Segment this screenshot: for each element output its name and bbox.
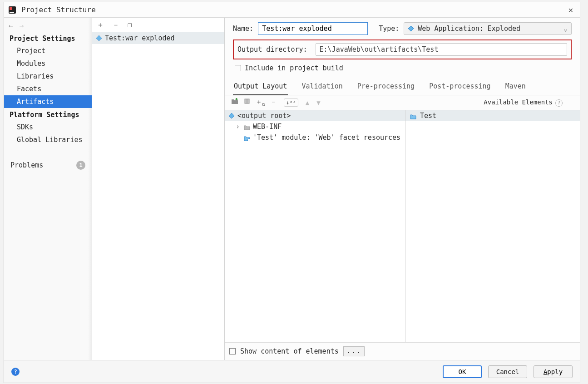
artifact-list-toolbar: ＋ － ❐ [92, 18, 224, 32]
output-directory-input[interactable] [316, 43, 567, 56]
output-directory-label: Output directory: [237, 45, 307, 54]
sidebar-item-problems[interactable]: Problems 1 [4, 158, 92, 172]
project-structure-dialog: Project Structure ✕ ← → Project Settings… [4, 2, 580, 383]
include-in-build-label: Include in project build [245, 64, 343, 72]
chevron-right-icon[interactable]: › [236, 123, 241, 131]
sidebar-item-libraries[interactable]: Libraries [4, 70, 92, 83]
add-copy-icon[interactable]: ＋⧉ [256, 98, 265, 107]
sidebar-section-project-settings: Project Settings [4, 32, 92, 44]
svg-rect-6 [236, 99, 238, 100]
tab-post-processing[interactable]: Post-processing [428, 79, 491, 95]
sidebar-section-platform-settings: Platform Settings [4, 108, 92, 121]
tree-node-label: 'Test' module: 'Web' facet resources [253, 133, 400, 142]
titlebar: Project Structure ✕ [4, 2, 580, 18]
artifact-type-value: Web Application: Exploded [418, 25, 520, 33]
help-button[interactable]: ? [11, 368, 20, 376]
app-icon [8, 5, 17, 15]
artifact-list-panel: ＋ － ❐ Test:war exploded [92, 18, 225, 360]
svg-rect-2 [10, 12, 14, 13]
artifact-tabs: Output Layout Validation Pre-processing … [225, 79, 580, 95]
sidebar-item-global-libraries[interactable]: Global Libraries [4, 133, 92, 146]
available-elements-pane: Test [405, 110, 580, 342]
include-in-build-checkbox[interactable] [235, 65, 241, 71]
remove-item-icon[interactable]: － [270, 98, 277, 107]
svg-marker-3 [96, 35, 102, 41]
configure-button[interactable]: ... [343, 346, 365, 356]
remove-icon[interactable]: － [112, 20, 119, 30]
move-up-icon[interactable]: ▲ [306, 99, 309, 106]
type-label: Type: [379, 25, 399, 33]
show-content-row: Show content of elements ... [225, 342, 580, 360]
output-directory-highlight: Output directory: [233, 39, 572, 59]
facet-icon [244, 135, 250, 140]
artifact-name-input[interactable] [258, 22, 368, 35]
output-root-icon [228, 113, 235, 119]
ok-button[interactable]: OK [443, 365, 482, 378]
available-elements-label: Available Elements? [484, 98, 563, 107]
sort-az-icon[interactable]: ↓ᵃᶻ [284, 98, 298, 107]
back-icon[interactable]: ← [9, 21, 13, 30]
forward-icon[interactable]: → [20, 21, 24, 30]
sidebar-item-facets[interactable]: Facets [4, 83, 92, 95]
svg-marker-4 [408, 26, 414, 31]
tree-row[interactable]: 'Test' module: 'Web' facet resources [225, 132, 405, 143]
tab-pre-processing[interactable]: Pre-processing [356, 79, 415, 95]
artifact-icon [96, 35, 102, 41]
show-content-checkbox[interactable] [229, 348, 236, 354]
tree-node-label: WEB-INF [253, 123, 282, 131]
output-layout-toolbar: ＋⧉ － ↓ᵃᶻ ▲ ▼ Available Elements? [225, 95, 580, 110]
output-layout-tree: <output root> › WEB-INF [225, 110, 405, 342]
sidebar-item-project[interactable]: Project [4, 44, 92, 57]
sidebar-item-artifacts[interactable]: Artifacts [4, 95, 92, 108]
chevron-down-icon: ⌄ [563, 25, 568, 33]
new-folder-icon[interactable] [231, 98, 238, 107]
sidebar: ← → Project Settings Project Modules Lib… [4, 18, 92, 360]
available-element-row[interactable]: Test [405, 110, 580, 121]
sidebar-item-sdks[interactable]: SDKs [4, 121, 92, 133]
new-archive-icon[interactable] [244, 98, 250, 107]
tab-validation[interactable]: Validation [301, 79, 343, 95]
artifact-details-panel: Name: Type: Web Application: Exploded ⌄ … [225, 18, 580, 360]
available-element-label: Test [420, 112, 436, 120]
svg-rect-1 [10, 7, 12, 10]
artifact-name: Test:war exploded [105, 34, 175, 42]
svg-marker-9 [229, 113, 234, 118]
problems-count-badge: 1 [76, 161, 85, 170]
move-down-icon[interactable]: ▼ [316, 99, 320, 106]
tab-maven[interactable]: Maven [504, 79, 527, 95]
window-title: Project Structure [21, 5, 565, 14]
sidebar-item-modules[interactable]: Modules [4, 57, 92, 70]
output-root-label: <output root> [237, 112, 291, 120]
tree-row[interactable]: › WEB-INF [225, 121, 405, 132]
tab-output-layout[interactable]: Output Layout [233, 79, 288, 95]
problems-label: Problems [10, 161, 43, 169]
artifact-type-icon [408, 25, 414, 32]
artifact-row[interactable]: Test:war exploded [92, 32, 224, 44]
include-in-build-row[interactable]: Include in project build [233, 63, 572, 75]
svg-point-10 [247, 138, 250, 141]
show-content-label: Show content of elements [240, 347, 339, 355]
folder-icon [244, 124, 250, 129]
artifact-type-select[interactable]: Web Application: Exploded ⌄ [404, 22, 572, 35]
dialog-footer: ? OK Cancel Apply [4, 360, 580, 383]
sidebar-nav: ← → [4, 18, 92, 32]
apply-button[interactable]: Apply [534, 365, 573, 378]
close-icon[interactable]: ✕ [565, 5, 576, 15]
cancel-button[interactable]: Cancel [488, 365, 527, 378]
add-icon[interactable]: ＋ [97, 20, 104, 30]
name-label: Name: [233, 25, 253, 33]
module-icon [410, 113, 416, 118]
copy-icon[interactable]: ❐ [128, 20, 132, 30]
tree-output-root[interactable]: <output root> [225, 110, 405, 121]
help-icon[interactable]: ? [555, 99, 563, 107]
